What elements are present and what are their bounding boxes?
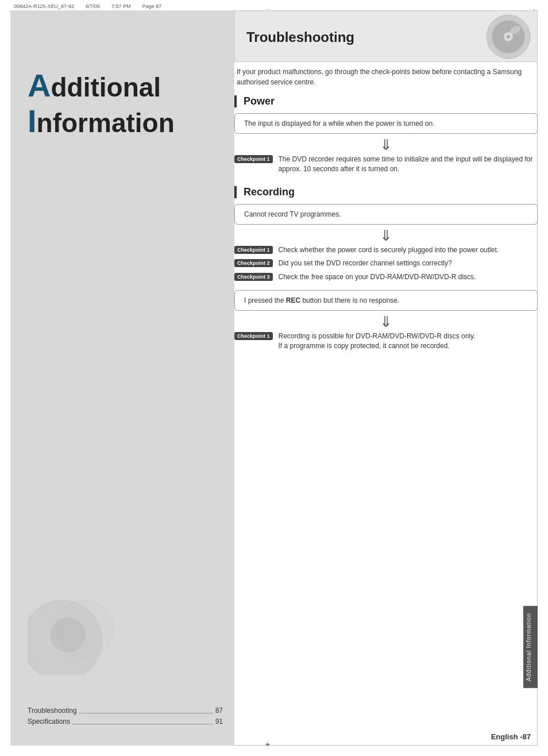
recording-problem-2-box: I pressed the REC button but there is no… (234, 290, 538, 311)
big-letter-i: I (28, 103, 37, 139)
toc-dots-1 (79, 707, 213, 713)
side-tab-text: Additional Information (526, 613, 532, 681)
recording-arrow-2: ⇓ (234, 314, 538, 329)
recording-checkpoint-2: Checkpoint 2 Did you set the DVD recorde… (234, 259, 538, 268)
print-date: 6/7/05 (86, 3, 100, 9)
power-arrow: ⇓ (234, 137, 538, 152)
rec-problem-2-pre: I pressed the (244, 296, 286, 304)
power-checkpoint-1-badge: Checkpoint 1 (234, 155, 273, 163)
svg-point-2 (51, 618, 85, 652)
deco-circles (28, 595, 142, 677)
page-number-text: English -87 (491, 732, 531, 741)
section-recording: Recording Cannot record TV programmes. ⇓… (234, 186, 538, 352)
power-heading: Power (234, 95, 538, 107)
toc-dots-2 (72, 718, 213, 724)
troubleshooting-header-box: Troubleshooting (234, 10, 538, 62)
title-rest2: nformation (37, 108, 175, 138)
recording-checkpoint-4: Checkpoint 1 Recording is possible for D… (234, 331, 538, 352)
left-panel: Additional Information Troubleshooting 8… (10, 10, 234, 746)
toc-item-troubleshooting: Troubleshooting 87 (28, 707, 223, 715)
print-header: 00842A-R125-XEU_87-92 6/7/05 7:57 PM Pag… (14, 3, 161, 9)
left-panel-content: Additional Information (10, 10, 234, 156)
print-time: 7:57 PM (111, 3, 131, 9)
rec-cp3-text: Check the free space on your DVD-RAM/DVD… (279, 272, 476, 282)
power-checkpoint-1-text: The DVD recorder requires some time to i… (279, 155, 538, 175)
recording-checkpoint-1: Checkpoint 1 Check whether the power cor… (234, 245, 538, 255)
power-problem-text: The input is displayed for a while when … (244, 119, 435, 128)
page-number: English -87 (491, 732, 531, 741)
intro-text: If your product malfunctions, go through… (234, 67, 538, 87)
title-rest1: dditional (51, 72, 161, 102)
rec-cp3-badge: Checkpoint 3 (234, 273, 273, 281)
power-checkpoint-1: Checkpoint 1 The DVD recorder requires s… (234, 155, 538, 175)
rec-cp1-text: Check whether the power cord is securely… (279, 245, 499, 255)
rec-cp4-badge: Checkpoint 1 (234, 332, 273, 340)
recording-problem-1-box: Cannot record TV programmes. (234, 204, 538, 225)
section-title: Additional Information (28, 68, 217, 138)
toc-label-1: Troubleshooting (28, 707, 77, 715)
rec-problem-2-post: button but there is no response. (300, 296, 399, 304)
recording-arrow-1: ⇓ (234, 228, 538, 243)
title-line1: Additional (28, 68, 217, 103)
recording-problem-1-text: Cannot record TV programmes. (244, 210, 341, 218)
toc-page-1: 87 (215, 707, 223, 715)
print-file: 00842A-R125-XEU_87-92 (14, 3, 74, 9)
toc-label-2: Specifications (28, 718, 70, 726)
troubleshooting-title: Troubleshooting (246, 29, 354, 45)
side-tab: Additional Information (523, 606, 538, 688)
toc-page-2: 91 (215, 718, 223, 726)
rec-bold-text: REC (286, 296, 300, 304)
rec-cp2-badge: Checkpoint 2 (234, 259, 273, 267)
recording-checkpoint-3: Checkpoint 3 Check the free space on you… (234, 272, 538, 282)
title-line2: Information (28, 103, 217, 139)
rec-cp2-text: Did you set the DVD recorder channel set… (279, 259, 452, 268)
toc-item-specifications: Specifications 91 (28, 718, 223, 726)
svg-point-6 (507, 35, 510, 38)
print-page: Page 87 (142, 3, 162, 9)
disk-deco (485, 14, 531, 60)
right-panel: Troubleshooting If your product malfunct… (234, 10, 538, 746)
recording-heading: Recording (234, 186, 538, 198)
rec-cp1-badge: Checkpoint 1 (234, 246, 273, 254)
big-letter-a: A (28, 67, 51, 103)
toc-section: Troubleshooting 87 Specifications 91 (28, 707, 223, 728)
rec-cp4-text: Recording is possible for DVD-RAM/DVD-RW… (279, 331, 476, 352)
section-power: Power The input is displayed for a while… (234, 95, 538, 175)
power-problem-box: The input is displayed for a while when … (234, 113, 538, 134)
